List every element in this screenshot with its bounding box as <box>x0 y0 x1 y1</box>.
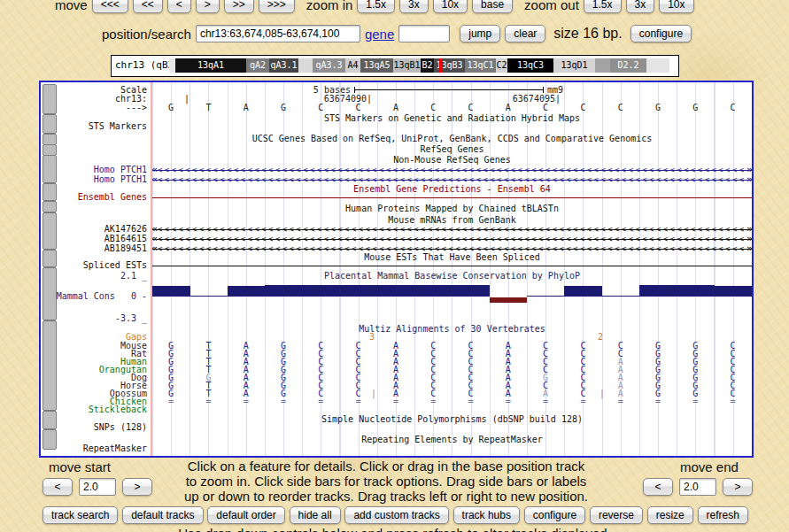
gene-right-cap-icon: » <box>746 235 752 244</box>
zoom-out-button-1.5x[interactable]: 1.5x <box>584 0 622 13</box>
gene-input[interactable] <box>398 25 450 42</box>
gene-right-cap-icon: » <box>746 166 752 175</box>
align-letter: = <box>580 397 585 405</box>
scale-ruler-bar <box>354 87 544 93</box>
track-title: Simple Nucleotide Polymorphisms (dbSNP b… <box>152 415 752 424</box>
chromosome-ideogram[interactable]: chr13 (qB3) 13qA1qA2qA3.1qA3.3A413qA513q… <box>111 55 679 77</box>
track-label[interactable]: 2.1 _ <box>120 272 147 281</box>
track-label[interactable]: AK147626 <box>104 225 147 234</box>
gene-feature[interactable]: <<<<<<<<<<<<<<<<<<<<<<<<<<<<<<<<<<<<<<<<… <box>152 235 752 244</box>
track-label[interactable]: STS Markers <box>89 122 147 131</box>
conservation-bar <box>302 285 340 297</box>
gene-strand-arrows: <<<<<<<<<<<<<<<<<<<<<<<<<<<<<<<<<<<<<<<<… <box>158 175 746 185</box>
track-label[interactable]: Mammal Cons 0 - <box>57 292 147 301</box>
track-control-buttons: track searchdefault tracksdefault orderh… <box>43 506 748 524</box>
move-button-[interactable]: > <box>196 0 220 13</box>
footer-button-refresh[interactable]: refresh <box>698 506 748 524</box>
position-search-bar: position/search gene jump clear size 16 … <box>102 25 692 42</box>
gene-link[interactable]: gene <box>365 27 394 42</box>
clear-button[interactable]: clear <box>505 25 545 42</box>
gene-strand-arrows: <<<<<<<<<<<<<<<<<<<<<<<<<<<<<<<<<<<<<<<<… <box>158 235 746 244</box>
base-letter: A <box>393 104 398 112</box>
configure-button[interactable]: configure <box>630 25 692 42</box>
move-button-[interactable]: <<< <box>92 0 128 13</box>
track-canvas[interactable]: STS Markers on Genetic and Radiation Hyb… <box>152 82 752 456</box>
move-button-[interactable]: >>> <box>259 0 295 13</box>
move-end-right-button[interactable]: > <box>723 478 753 496</box>
ideogram-band-C2: C2 <box>496 58 507 73</box>
move-end-left-button[interactable]: < <box>643 478 673 496</box>
ideogram-band-qA3.1: qA3.1 <box>269 58 298 73</box>
track-label[interactable]: -3.3 _ <box>115 314 147 323</box>
align-letter: = <box>281 397 286 405</box>
move-zoom-toolbar: move <<<<<<>>>>>> zoom in 1.5x3x10xbase … <box>55 0 694 13</box>
help-line-3: up or down to reorder tracks. Drag track… <box>159 489 613 504</box>
track-label[interactable]: Homo PTCH1 <box>94 166 147 174</box>
gene-feature[interactable]: <<<<<<<<<<<<<<<<<<<<<<<<<<<<<<<<<<<<<<<<… <box>152 166 752 175</box>
gene-feature[interactable]: <<<<<<<<<<<<<<<<<<<<<<<<<<<<<<<<<<<<<<<<… <box>152 175 752 185</box>
gene-strand-arrows: <<<<<<<<<<<<<<<<<<<<<<<<<<<<<<<<<<<<<<<<… <box>158 244 746 254</box>
footer-button-defaulttracks[interactable]: default tracks <box>122 506 203 524</box>
move-start-controls: < > <box>43 478 152 496</box>
footer-button-trackhubs[interactable]: track hubs <box>453 506 520 524</box>
move-button-[interactable]: << <box>133 0 163 13</box>
track-label[interactable]: RepeatMasker <box>83 444 147 453</box>
ideogram-band <box>595 58 610 73</box>
gene-left-cap-icon: « <box>152 235 158 244</box>
align-letter: = <box>393 397 398 405</box>
track-label[interactable]: AB189451 <box>104 244 147 253</box>
track-label[interactable]: Ensembl Genes <box>78 193 147 202</box>
position-input[interactable] <box>196 25 360 42</box>
ideogram-band-B2: B2 <box>421 58 434 73</box>
move-end-controls: < > <box>643 478 753 496</box>
gene-feature[interactable]: <<<<<<<<<<<<<<<<<<<<<<<<<<<<<<<<<<<<<<<<… <box>152 244 752 254</box>
footer-button-tracksearch[interactable]: track search <box>43 506 118 524</box>
move-start-input[interactable] <box>79 478 116 496</box>
gene-feature-line[interactable] <box>152 266 752 266</box>
move-start-right-button[interactable]: > <box>122 478 152 496</box>
track-label[interactable]: AB164615 <box>104 235 147 243</box>
base-letter: C <box>580 104 585 112</box>
move-start-label: move start <box>49 459 111 474</box>
move-button-[interactable]: < <box>167 0 191 13</box>
move-start-left-button[interactable]: < <box>43 478 73 496</box>
conservation-bar <box>414 285 453 297</box>
track-label[interactable]: Stickleback <box>89 405 147 414</box>
ideogram-band <box>646 58 669 73</box>
jump-button[interactable]: jump <box>460 25 500 42</box>
gene-feature-line[interactable] <box>152 197 752 198</box>
footer-button-hideall[interactable]: hide all <box>290 506 341 524</box>
ideogram-position-marker <box>439 58 443 73</box>
footer-button-addcustomtracks[interactable]: add custom tracks <box>344 506 448 524</box>
base-letter: C <box>430 104 436 112</box>
track-title: Non-Mouse RefSeq Genes <box>152 156 752 165</box>
track-label[interactable]: Spliced ESTs <box>83 261 147 270</box>
footer-button-resize[interactable]: resize <box>647 506 693 524</box>
zoom-in-button-3x[interactable]: 3x <box>399 0 429 13</box>
align-letter: = <box>731 397 736 405</box>
move-button-[interactable]: >> <box>224 0 254 13</box>
base-letter: T <box>205 104 211 112</box>
zoom-out-button-3x[interactable]: 3x <box>626 0 655 13</box>
track-label[interactable]: SNPs (128) <box>94 423 147 432</box>
footer-button-reverse[interactable]: reverse <box>590 506 643 524</box>
conservation-bar <box>190 296 228 297</box>
track-label[interactable]: ---> <box>126 104 147 112</box>
track-label[interactable]: Homo PTCH1 <box>94 175 147 184</box>
zoom-in-button-10x[interactable]: 10x <box>433 0 468 13</box>
footer-button-configure[interactable]: configure <box>524 506 585 524</box>
drop-down-hint-text: Use drop-down controls below and press r… <box>0 526 789 532</box>
zoom-out-button-10x[interactable]: 10x <box>659 0 693 13</box>
gene-feature[interactable]: <<<<<<<<<<<<<<<<<<<<<<<<<<<<<<<<<<<<<<<<… <box>152 225 752 235</box>
footer-button-defaultorder[interactable]: default order <box>207 506 284 524</box>
gene-strand-arrows: <<<<<<<<<<<<<<<<<<<<<<<<<<<<<<<<<<<<<<<<… <box>158 166 746 175</box>
base-letter: G <box>281 104 286 112</box>
zoom-in-button-1.5x[interactable]: 1.5x <box>357 0 395 13</box>
ideogram-band <box>298 58 313 73</box>
base-letter: C <box>468 104 473 112</box>
align-letter: = <box>468 397 473 405</box>
base-letter: A <box>506 104 511 112</box>
move-end-input[interactable] <box>679 478 716 496</box>
zoom-in-button-base[interactable]: base <box>472 0 513 13</box>
position-search-label: position/search <box>102 27 191 42</box>
